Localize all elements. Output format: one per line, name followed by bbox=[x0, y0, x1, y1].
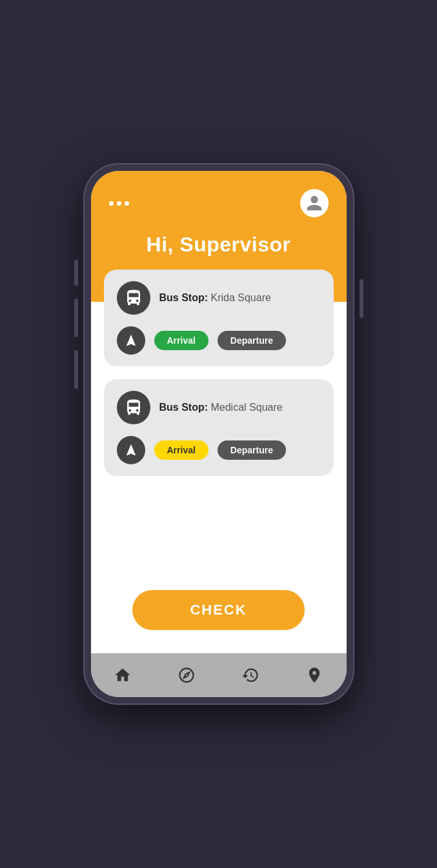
nav-bus-stop[interactable] bbox=[299, 660, 330, 691]
card-2-bottom-row: Arrival Departure bbox=[117, 436, 321, 464]
volume-down-button bbox=[74, 350, 78, 389]
card-1-arrival-badge[interactable]: Arrival bbox=[154, 331, 208, 350]
bus-icon-2 bbox=[117, 391, 150, 424]
card-1-stop-text: Bus Stop: Krida Square bbox=[159, 292, 271, 304]
nav-icon-1 bbox=[117, 326, 145, 355]
phone-frame: Hi, Supervisor Bus Stop: Krida Square bbox=[83, 163, 354, 705]
header-top bbox=[109, 189, 329, 217]
card-2-stop-label: Bus Stop: bbox=[159, 402, 208, 413]
bus-icon-1 bbox=[117, 281, 150, 315]
card-2-stop-name: Medical Square bbox=[208, 402, 283, 413]
nav-compass[interactable] bbox=[171, 660, 202, 691]
card-2-arrival-badge[interactable]: Arrival bbox=[154, 440, 208, 460]
bus-card-1: Bus Stop: Krida Square Arrival Departure bbox=[104, 270, 334, 366]
nav-icon-2 bbox=[117, 436, 145, 464]
card-2-top-row: Bus Stop: Medical Square bbox=[117, 391, 321, 424]
nav-history[interactable] bbox=[235, 660, 266, 691]
menu-dots-icon[interactable] bbox=[109, 201, 129, 206]
card-1-departure-badge[interactable]: Departure bbox=[218, 331, 286, 350]
card-2-departure-badge[interactable]: Departure bbox=[218, 440, 286, 460]
card-1-stop-label: Bus Stop: bbox=[159, 292, 208, 303]
phone-screen: Hi, Supervisor Bus Stop: Krida Square bbox=[91, 171, 347, 697]
card-1-top-row: Bus Stop: Krida Square bbox=[117, 281, 321, 315]
check-button[interactable]: CHECK bbox=[132, 590, 305, 630]
profile-icon[interactable] bbox=[300, 189, 329, 217]
content-section: Bus Stop: Krida Square Arrival Departure bbox=[91, 302, 347, 653]
card-1-bottom-row: Arrival Departure bbox=[117, 326, 321, 355]
bottom-nav bbox=[91, 653, 347, 697]
nav-home[interactable] bbox=[107, 660, 138, 691]
greeting-text: Hi, Supervisor bbox=[109, 233, 329, 257]
power-button bbox=[360, 279, 363, 318]
card-1-stop-name: Krida Square bbox=[208, 292, 271, 303]
bus-card-2: Bus Stop: Medical Square Arrival Departu… bbox=[104, 379, 334, 476]
card-2-stop-text: Bus Stop: Medical Square bbox=[159, 402, 283, 413]
volume-up-button bbox=[74, 299, 78, 337]
silent-button bbox=[74, 260, 78, 286]
